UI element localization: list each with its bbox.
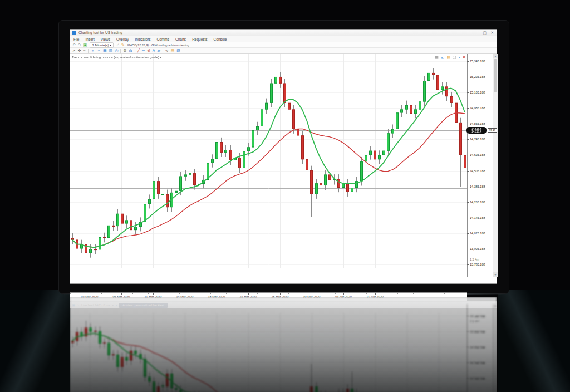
time-axis-label: 14 Mar 2020 <box>169 295 200 298</box>
menu-comms[interactable]: Comms <box>157 37 169 41</box>
shapes-icon[interactable]: ▱ <box>157 48 160 53</box>
zigzag-icon[interactable]: ⟋ <box>116 42 119 47</box>
timeframe-dropdown[interactable]: 1 Minute(s) ▾ <box>90 42 114 48</box>
menu-views[interactable]: Views <box>101 37 110 41</box>
folder-icon[interactable]: ▤ <box>446 55 450 60</box>
magnet-icon[interactable]: ⌁ <box>83 48 86 53</box>
desk-surface-left <box>0 290 72 392</box>
current-price-tag: 14,815.8 14,816.4 <box>466 127 487 134</box>
time-axis-label: 18 Mar 2020 <box>201 295 232 298</box>
status-bar: ▣◔ Live feed 24/7 · 0 ms ▾ ▪ Advisor: pe… <box>70 301 497 308</box>
indicator-icon[interactable]: ∿ <box>165 48 169 53</box>
crosshair-icon[interactable]: ✛ <box>78 48 81 53</box>
app-window: Charting tool for US trading – ▢ ✕ FileI… <box>70 297 497 392</box>
grid-icon[interactable]: ▦ <box>103 48 107 53</box>
menu-insert[interactable]: Insert <box>85 37 94 41</box>
menu-console[interactable]: Console <box>214 37 227 41</box>
trendline-icon[interactable]: ╱ <box>137 48 140 53</box>
time-axis-label: 10 Mar 2020 <box>137 295 169 298</box>
layers-icon[interactable]: ▤ <box>171 48 175 53</box>
chart-window-icon[interactable]: ◱ <box>441 55 445 60</box>
refresh-icon[interactable]: ◔ <box>77 302 79 308</box>
price-axis-label: 13,905.188 <box>470 247 485 251</box>
advisor-note: MACD(12,26,9) · G/W trailing advisors te… <box>127 43 190 47</box>
toolbar-separator <box>135 49 135 53</box>
close-chart-icon[interactable]: ✕ <box>462 55 465 60</box>
toolbar-separator <box>88 49 89 53</box>
chart-symbol-label[interactable]: Trend consolidating bounce (expansion/co… <box>72 55 162 59</box>
minimize-button[interactable]: – <box>477 31 479 35</box>
advisor-tab[interactable]: Advisor: personalized backtest <box>119 303 168 308</box>
fib-icon[interactable]: ≶ <box>147 48 150 53</box>
desk-surface-right <box>498 290 570 392</box>
desk-reflection: Charting tool for US trading – ▢ ✕ FileI… <box>70 297 497 392</box>
close-button[interactable]: ✕ <box>490 31 494 35</box>
price-ask: 14,816.4 <box>466 130 487 134</box>
hline-icon[interactable]: ─ <box>142 48 145 53</box>
scrollbar-thumb[interactable] <box>494 59 497 92</box>
redo-icon[interactable]: ↷ <box>78 42 81 47</box>
price-axis-label: 15,225.188 <box>470 75 485 79</box>
zoom-out-icon[interactable]: － <box>97 48 101 53</box>
title-bar[interactable]: Charting tool for US trading – ▢ ✕ <box>70 30 497 36</box>
time-axis[interactable]: 02 Mar 202006 Mar 202010 Mar 202014 Mar … <box>70 292 467 301</box>
settings-icon[interactable]: ⚙ <box>123 48 126 53</box>
time-tick-marks <box>70 293 467 294</box>
undo-icon[interactable]: ↶ <box>72 42 76 47</box>
price-axis-label: 14,025.188 <box>470 232 485 235</box>
maximize-button[interactable]: ▢ <box>483 31 487 35</box>
candle-timer: 09:42 <box>488 128 497 133</box>
price-axis-label: 14,865.188 <box>470 122 485 125</box>
price-axis-label: 13,785.188 <box>470 263 485 266</box>
candlestick-plot[interactable] <box>70 54 467 268</box>
panel-icon[interactable]: ▪ <box>459 55 460 60</box>
price-axis-label: 14,985.188 <box>470 106 485 110</box>
toolbar-main: ↶↷▣ 1 Minute(s) ▾ ⟋✎ MACD(12,26,9) · G/W… <box>70 42 497 48</box>
price-axis-label: 15,105.188 <box>470 91 485 94</box>
menu-overlay[interactable]: Overlay <box>116 37 129 41</box>
app-icon <box>72 31 76 35</box>
cursor-icon[interactable]: ➚ <box>72 48 76 53</box>
tile-windows-icon[interactable]: ▦ <box>435 55 439 60</box>
zoom-in-icon[interactable]: ＋ <box>91 48 95 53</box>
chart-area[interactable]: Trend consolidating bounce (expansion/co… <box>70 54 498 268</box>
toolbar-separator <box>120 49 121 53</box>
scene: Charting tool for US trading – ▢ ✕ FileI… <box>0 0 570 392</box>
price-axis-label: 14,145.188 <box>470 216 485 219</box>
time-axis-label: 03 Apr 2020 <box>328 295 359 298</box>
menu-file[interactable]: File <box>73 37 79 41</box>
axis-bottom-note: 1.5 4m <box>470 258 479 261</box>
time-axis-label: 30 Mar 2020 <box>296 295 327 298</box>
status-text: Live feed 24/7 · 0 ms <box>81 303 110 307</box>
scroll-up-icon[interactable]: ▲ <box>493 54 498 58</box>
time-axis-label: 07 Apr 2020 <box>360 295 391 298</box>
price-axis[interactable]: 14,815.8 14,816.4 09:42 1.5 4m 15,345.18… <box>467 54 493 277</box>
new-doc-icon[interactable]: ▢ <box>453 55 456 60</box>
menu-requests[interactable]: Requests <box>192 37 207 41</box>
menu-indicators[interactable]: Indicators <box>135 37 150 41</box>
price-axis-label: 14,385.188 <box>470 185 485 188</box>
vertical-scrollbar[interactable]: ▲ ▼ <box>493 54 498 277</box>
grid-small-icon[interactable]: ▣ <box>72 302 75 308</box>
toolbar-separator <box>163 49 163 53</box>
globe-icon[interactable]: ◍ <box>129 48 132 53</box>
pen-icon[interactable]: ✎ <box>121 42 125 47</box>
time-axis-label: 06 Mar 2020 <box>106 295 137 298</box>
text-icon[interactable]: A <box>153 48 155 53</box>
price-axis-label: 15,345.188 <box>470 60 485 63</box>
price-axis-label: 14,745.188 <box>470 138 485 141</box>
window-title: Charting tool for US trading <box>78 31 477 35</box>
new-chart-icon[interactable]: ▣ <box>83 42 87 47</box>
candles-icon[interactable]: ▥ <box>109 48 113 53</box>
status-caret-icon[interactable]: ▾ <box>112 303 114 307</box>
app-window: Charting tool for US trading – ▢ ✕ FileI… <box>70 29 497 284</box>
scroll-down-icon[interactable]: ▼ <box>493 272 498 277</box>
clock-icon[interactable]: ◷ <box>115 48 118 53</box>
price-axis-label: 14,625.188 <box>470 153 485 156</box>
panel-blue-icon[interactable]: ▪ <box>116 302 117 308</box>
price-axis-label: 14,265.188 <box>470 200 485 204</box>
template-icon[interactable]: ▨ <box>176 48 180 53</box>
menu-bar: FileInsertViewsOverlayIndicatorsCommsCha… <box>70 36 497 42</box>
time-axis-label: 22 Mar 2020 <box>233 295 264 298</box>
menu-charts[interactable]: Charts <box>175 37 186 41</box>
